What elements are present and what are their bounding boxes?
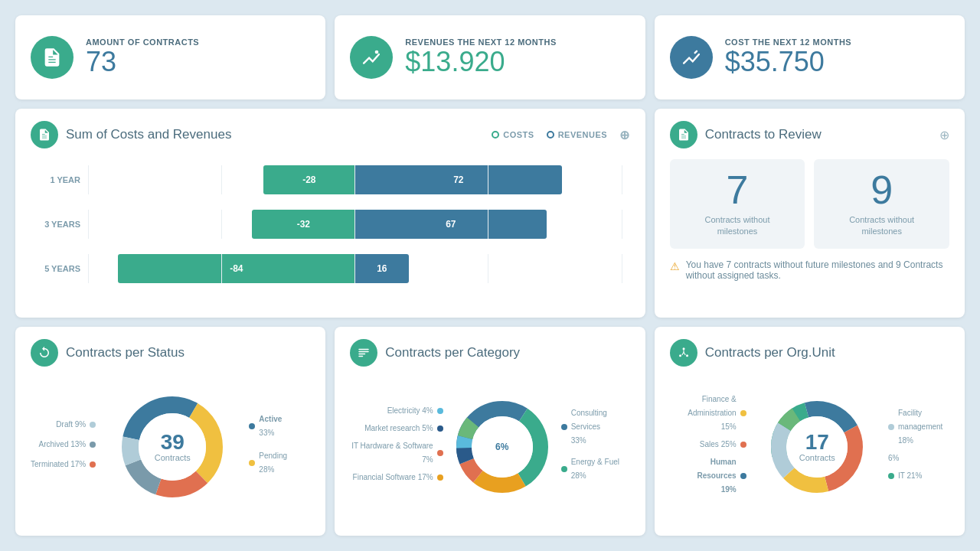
bar-chart-card: Sum of Costs and Revenues COSTS REVENUES…	[15, 109, 645, 318]
kpi-card-contracts: AMOUNT OF CONTRACTS 73	[15, 15, 325, 99]
bar-row-3years: 3 YEARS -32 67	[38, 210, 622, 239]
bar-chart-legend: COSTS REVENUES ⊕	[492, 128, 629, 142]
legend-revenues-label: REVENUES	[558, 130, 608, 139]
bar-neg-3years: -32	[252, 210, 355, 239]
contracts-review-card: Contracts to Review ⊕ 7 Contracts withou…	[655, 109, 965, 318]
bar-pos-1year: 72	[355, 165, 562, 194]
it-dot	[888, 473, 894, 479]
bar-neg-1year: -28	[263, 165, 355, 194]
svg-point-17	[686, 354, 688, 357]
revenues-icon	[350, 36, 393, 79]
active-label: Active33%	[259, 412, 282, 440]
warning-text: ⚠ You have 7 contracts without future mi…	[670, 259, 949, 281]
dashboard: AMOUNT OF CONTRACTS 73 REVENUES THE NEXT…	[15, 15, 965, 536]
orgunit-title: Contracts per Org.Unit	[705, 345, 949, 360]
archived-dot	[90, 442, 96, 448]
pending-dot	[249, 460, 255, 466]
pending-label: Pending28%	[259, 449, 287, 477]
svg-point-24	[786, 416, 848, 478]
orgunit-legend-left: Finance &Administration15% Sales 25% Hum…	[670, 393, 746, 501]
bar-track-1year: -28 72	[88, 165, 622, 194]
legend-costs: COSTS	[492, 130, 534, 139]
kpi-contracts-content: AMOUNT OF CONTRACTS 73	[86, 37, 199, 77]
category-card: Contracts per Category Electricity 4% Ma…	[335, 327, 645, 536]
bar-track-3years: -32 67	[88, 210, 622, 239]
category-icon	[350, 339, 377, 367]
financial-software-label: Financial Software 17%	[353, 471, 433, 484]
review-target-icon[interactable]: ⊕	[939, 128, 949, 142]
orgunit-donut-svg	[767, 397, 867, 497]
status-donut-svg	[119, 393, 226, 500]
terminated-dot	[90, 461, 96, 468]
category-title: Contracts per Category	[385, 345, 629, 360]
review-cards-container: 7 Contracts withoutmilestones 9 Contract…	[670, 159, 949, 249]
status-card: Contracts per Status Draft 9% Archived 1…	[15, 327, 325, 536]
bar-track-5years: -84 16	[88, 254, 622, 283]
legend-costs-dot	[492, 131, 499, 139]
legend-revenues: REVENUES	[547, 130, 608, 139]
it-hardware-label: IT Hardware & Software 7%	[350, 439, 433, 467]
bar-row-5years: 5 YEARS -84 16	[38, 254, 622, 283]
kpi-revenues-value: $13.920	[405, 47, 556, 77]
category-legend-left: Electricity 4% Market research 5% IT Har…	[350, 404, 443, 489]
facility-label: Facilitymanagement18%	[898, 406, 942, 448]
orgunit-donut: 17 Contracts	[756, 397, 879, 497]
bar-chart-body: 1 YEAR -28 72	[31, 159, 630, 283]
status-header: Contracts per Status	[31, 339, 310, 367]
sales-label: Sales 25%	[700, 438, 737, 452]
svg-point-15	[682, 347, 684, 350]
other-pct: 6%	[888, 452, 899, 465]
svg-point-14	[472, 416, 533, 478]
category-legend-right: ConsultingServices33% Energy & Fuel28%	[561, 406, 630, 487]
bar-chart-header: Sum of Costs and Revenues COSTS REVENUES…	[31, 121, 630, 148]
review-card-9: 9 Contracts withoutmilestones	[814, 159, 949, 249]
costs-icon	[670, 36, 713, 79]
status-legend-left: Draft 9% Archived 13% Terminated 17%	[31, 418, 96, 476]
category-chart-area: Electricity 4% Market research 5% IT Har…	[350, 377, 629, 516]
kpi-costs-content: COST THE NEXT 12 MONTHS $35.750	[725, 37, 852, 77]
archived-label: Archived 13%	[39, 438, 87, 452]
bar-label-1year: 1 YEAR	[38, 175, 80, 184]
active-dot	[249, 423, 255, 429]
bar-row-1year: 1 YEAR -28 72	[38, 165, 622, 194]
warning-message: You have 7 contracts without future mile…	[686, 259, 949, 281]
financial-dot	[437, 474, 443, 481]
energy-dot	[561, 466, 567, 472]
review-icon	[670, 121, 697, 148]
legend-revenues-dot	[547, 131, 554, 139]
orgunit-chart-area: Finance &Administration15% Sales 25% Hum…	[670, 377, 949, 516]
fin-admin-dot	[740, 410, 746, 416]
energy-label: Energy & Fuel28%	[571, 455, 619, 483]
kpi-card-costs: COST THE NEXT 12 MONTHS $35.750	[655, 15, 965, 99]
orgunit-legend-right: Facilitymanagement18% 6% IT 21%	[888, 406, 949, 487]
orgunit-icon	[670, 339, 697, 367]
svg-point-0	[375, 51, 379, 54]
review-card-7: 7 Contracts withoutmilestones	[670, 159, 805, 249]
kpi-contracts-value: 73	[86, 47, 199, 77]
kpi-card-revenues: REVENUES THE NEXT 12 MONTHS $13.920	[335, 15, 645, 99]
status-icon	[31, 339, 58, 367]
terminated-label: Terminated 17%	[31, 458, 86, 471]
svg-point-6	[139, 413, 206, 481]
it-label: IT 21%	[898, 469, 923, 483]
draft-label: Draft 9%	[56, 418, 86, 432]
target-icon[interactable]: ⊕	[619, 128, 630, 142]
review-header: Contracts to Review ⊕	[670, 121, 949, 148]
consulting-dot	[561, 424, 567, 430]
contracts-icon	[31, 36, 74, 79]
consulting-label: ConsultingServices33%	[571, 406, 607, 448]
orgunit-card: Contracts per Org.Unit Finance &Administ…	[655, 327, 965, 536]
fin-admin-label: Finance &Administration15%	[688, 393, 736, 434]
category-donut-svg	[452, 397, 552, 497]
legend-costs-label: COSTS	[503, 130, 534, 139]
status-title: Contracts per Status	[66, 345, 310, 360]
electricity-label: Electricity 4%	[387, 404, 433, 418]
bar-chart-icon	[31, 121, 58, 148]
orgunit-header: Contracts per Org.Unit	[670, 339, 949, 367]
review-text-7: Contracts withoutmilestones	[681, 214, 795, 238]
bar-neg-5years: -84	[118, 254, 355, 283]
status-donut: 39 Contracts	[105, 393, 240, 500]
category-donut: 6%	[452, 397, 552, 497]
kpi-revenues-content: REVENUES THE NEXT 12 MONTHS $13.920	[405, 37, 556, 77]
review-number-9: 9	[825, 170, 939, 210]
